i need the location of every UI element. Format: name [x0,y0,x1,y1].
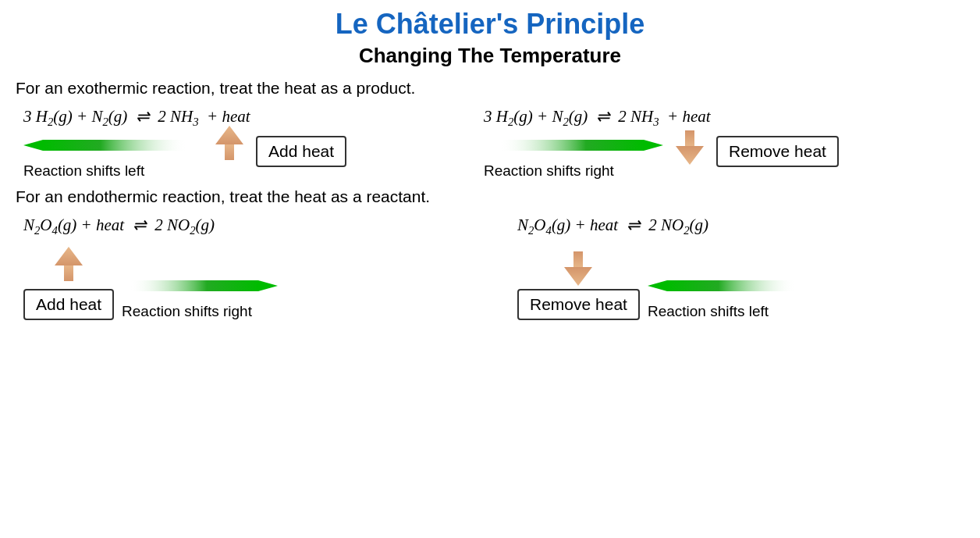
svg-marker-3 [215,126,243,144]
endo-right-green-arrow [648,274,804,301]
subtitle: Changing The Temperature [16,44,964,68]
endo-right-shift-label: Reaction shifts left [648,303,769,320]
endo-right-block: N2O4(g) + heat ⇌ 2 NO2(g) Remove heat [470,216,964,320]
add-heat-box-exo[interactable]: Add heat [256,136,346,167]
endo-left-diagram: Add heat [23,247,278,320]
svg-marker-0 [43,140,187,151]
exo-right-green-arrow [484,134,663,161]
exo-left-shift-label: Reaction shifts left [23,162,144,180]
endo-intro-text: For an endothermic reaction, treat the h… [16,187,964,206]
exo-right-tan-arrow [676,126,704,165]
svg-marker-1 [23,140,43,151]
exo-left-diagram: Reaction shifts left [23,134,468,180]
svg-marker-13 [564,267,592,286]
svg-rect-12 [573,251,583,269]
endo-left-green-arrow [122,274,278,301]
remove-heat-box-endo[interactable]: Remove heat [517,289,640,320]
svg-rect-2 [225,143,234,160]
endo-left-block: N2O4(g) + heat ⇌ 2 NO2(g) Add heat [16,216,470,320]
svg-marker-9 [55,247,83,265]
endo-right-diagram: Remove heat [517,247,804,320]
page-title: Le Châtelier's Principle [16,8,964,41]
svg-marker-14 [667,280,796,291]
exo-intro-text: For an exothermic reaction, treat the he… [16,79,964,98]
svg-marker-10 [130,280,258,291]
svg-marker-4 [499,140,644,151]
exo-right-diagram: Reaction shifts right [484,134,964,180]
exo-right-shift-label: Reaction shifts right [484,162,614,180]
exo-left-green-arrow [23,134,203,161]
endo-left-equation: N2O4(g) + heat ⇌ 2 NO2(g) [23,216,215,237]
endo-right-arrow-col: Reaction shifts left [648,274,804,320]
svg-rect-8 [64,264,73,281]
remove-heat-label-exo[interactable]: Remove heat [716,136,839,167]
endothermic-section: N2O4(g) + heat ⇌ 2 NO2(g) Add heat [16,216,964,320]
svg-marker-11 [258,280,278,291]
remove-heat-box-exo[interactable]: Remove heat [716,136,839,167]
svg-marker-15 [648,280,667,291]
exothermic-section: 3 H2(g) + N2(g) ⇌ 2 NH3 + heat [16,107,964,180]
endo-right-tan-down: Remove heat [517,247,640,320]
exo-left-tan-arrow [215,126,243,165]
exo-left-equation: 3 H2(g) + N2(g) ⇌ 2 NH3 + heat [23,107,468,129]
exo-left-arrow-col: Reaction shifts left [23,134,203,180]
exo-right-equation: 3 H2(g) + N2(g) ⇌ 2 NH3 + heat [484,107,964,129]
add-heat-box-endo[interactable]: Add heat [23,289,114,320]
svg-marker-5 [644,140,663,151]
add-heat-label[interactable]: Add heat [256,136,346,167]
endo-left-arrow-col: Reaction shifts right [122,274,278,320]
endo-left-shift-label: Reaction shifts right [122,303,252,320]
exo-right-block: 3 H2(g) + N2(g) ⇌ 2 NH3 + heat [468,107,964,180]
exo-right-arrow-col: Reaction shifts right [484,134,663,180]
svg-rect-6 [685,130,694,148]
exo-left-block: 3 H2(g) + N2(g) ⇌ 2 NH3 + heat [16,107,468,180]
endo-right-equation: N2O4(g) + heat ⇌ 2 NO2(g) [517,216,708,237]
svg-marker-7 [676,146,704,165]
endo-left-tan-up: Add heat [23,247,114,320]
